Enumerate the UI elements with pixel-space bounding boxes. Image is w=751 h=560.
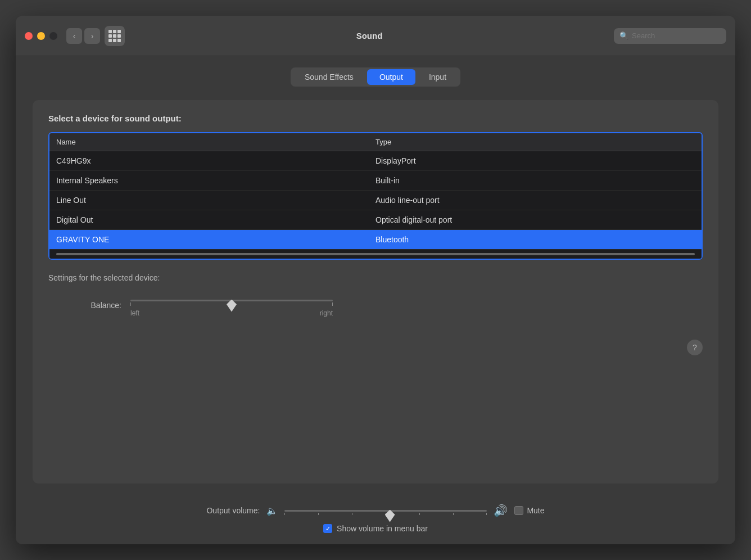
device-type: DisplayPort: [376, 156, 695, 165]
table-body: C49HG9x DisplayPort Internal Speakers Bu…: [49, 151, 702, 259]
main-panel: Select a device for sound output: Name T…: [33, 100, 718, 484]
mute-checkbox[interactable]: [514, 506, 523, 515]
table-row[interactable]: Digital Out Optical digital-out port: [49, 210, 702, 230]
volume-thumb[interactable]: [385, 510, 395, 522]
balance-left-label: left: [130, 309, 139, 317]
tab-input[interactable]: Input: [417, 69, 459, 85]
forward-button[interactable]: ›: [84, 28, 100, 44]
show-volume-label: Show volume in menu bar: [337, 524, 428, 533]
traffic-lights: [25, 32, 57, 40]
table-row-selected[interactable]: GRAVITY ONE Bluetooth: [49, 230, 702, 250]
scrollbar-thumb[interactable]: [56, 253, 695, 255]
help-button[interactable]: ?: [687, 340, 703, 355]
volume-row: Output volume: 🔈 🔊: [206, 504, 544, 517]
tick: [284, 513, 285, 515]
balance-track: [130, 300, 333, 301]
device-name: GRAVITY ONE: [56, 235, 376, 244]
maximize-button[interactable]: [49, 32, 57, 40]
mute-section: Mute: [514, 506, 544, 515]
device-name: Internal Speakers: [56, 176, 376, 185]
bottom-bar: Output volume: 🔈 🔊: [16, 495, 735, 544]
volume-low-icon: 🔈: [266, 505, 278, 516]
scrollbar-row: [49, 250, 702, 259]
back-icon: ‹: [73, 31, 76, 40]
close-button[interactable]: [25, 32, 33, 40]
volume-slider[interactable]: [284, 504, 487, 517]
header-name: Name: [56, 138, 376, 146]
tick: [486, 513, 487, 515]
forward-icon: ›: [91, 31, 94, 40]
table-row[interactable]: Internal Speakers Built-in: [49, 171, 702, 191]
tick: [453, 513, 454, 515]
nav-buttons: ‹ ›: [66, 28, 100, 44]
show-volume-checkbox[interactable]: ✓: [323, 524, 332, 533]
tabs-container: Sound Effects Output Input: [291, 67, 460, 87]
tick: [352, 513, 352, 515]
settings-title: Settings for the selected device:: [48, 273, 703, 282]
help-container: ?: [48, 340, 703, 355]
table-header: Name Type: [49, 133, 702, 151]
tick-right: [332, 302, 333, 306]
device-name: C49HG9x: [56, 156, 376, 165]
titlebar: ‹ › Sound 🔍: [16, 16, 735, 56]
grid-icon: [108, 30, 121, 42]
header-type: Type: [376, 138, 695, 146]
tick: [419, 513, 420, 515]
balance-slider-container: left right: [130, 293, 333, 317]
tab-sound-effects[interactable]: Sound Effects: [292, 69, 366, 85]
main-window: ‹ › Sound 🔍 Sound Effects Output Input: [16, 16, 735, 544]
section-title: Select a device for sound output:: [48, 114, 703, 123]
device-table: Name Type C49HG9x DisplayPort Internal S…: [48, 132, 703, 260]
back-button[interactable]: ‹: [66, 28, 82, 44]
device-name: Digital Out: [56, 215, 376, 224]
scrollbar-track[interactable]: [56, 253, 695, 255]
balance-right-label: right: [320, 309, 333, 317]
minimize-button[interactable]: [37, 32, 45, 40]
output-volume-label: Output volume:: [206, 506, 260, 515]
window-title: Sound: [125, 31, 614, 40]
tab-output[interactable]: Output: [367, 69, 415, 85]
volume-track: [284, 510, 487, 512]
balance-row: Balance: left right: [82, 293, 703, 317]
search-icon: 🔍: [619, 31, 628, 40]
table-row[interactable]: C49HG9x DisplayPort: [49, 151, 702, 171]
balance-slider[interactable]: [130, 293, 333, 307]
search-bar[interactable]: 🔍: [614, 28, 726, 44]
checkmark-icon: ✓: [325, 525, 331, 532]
settings-section: Settings for the selected device: Balanc…: [48, 273, 703, 355]
content-area: Sound Effects Output Input Select a devi…: [16, 56, 735, 495]
tick-left: [130, 302, 131, 306]
device-type: Audio line-out port: [376, 196, 695, 205]
table-row[interactable]: Line Out Audio line-out port: [49, 191, 702, 210]
grid-button[interactable]: [105, 26, 125, 46]
device-name: Line Out: [56, 196, 376, 205]
show-volume-container[interactable]: ✓ Show volume in menu bar: [323, 524, 428, 533]
device-type: Bluetooth: [376, 235, 695, 244]
device-type: Optical digital-out port: [376, 215, 695, 224]
volume-high-icon: 🔊: [494, 504, 508, 517]
mute-label: Mute: [527, 506, 544, 515]
balance-label: Balance:: [82, 301, 121, 310]
search-input[interactable]: [632, 31, 721, 40]
tick: [318, 513, 319, 515]
device-type: Built-in: [376, 176, 695, 185]
